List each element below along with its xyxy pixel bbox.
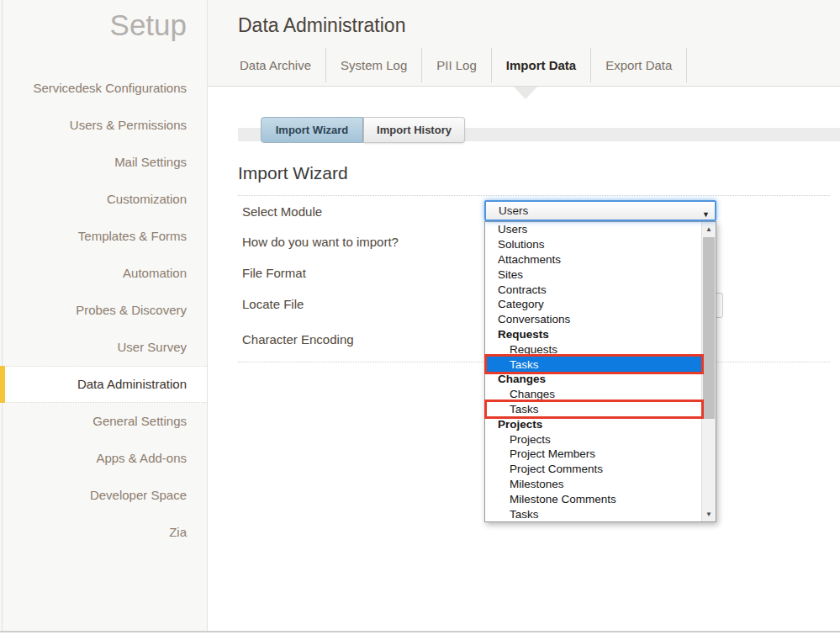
tab-system-log[interactable]: System Log <box>326 48 422 82</box>
sidebar-item-label: Data Administration <box>77 377 187 391</box>
option-project-members[interactable]: Project Members <box>485 447 701 462</box>
select-module-dropdown[interactable]: Users ▼ <box>484 200 716 221</box>
option-milestones[interactable]: Milestones <box>485 477 701 492</box>
scrollbar-down-icon[interactable]: ▼ <box>702 507 716 521</box>
option-solutions[interactable]: Solutions <box>485 237 701 252</box>
tab-pii-log[interactable]: PII Log <box>422 48 492 82</box>
form-label-select-module: Select Module <box>242 204 322 219</box>
dropdown-arrow-icon: ▼ <box>702 206 710 224</box>
active-tab-pointer-icon <box>514 87 537 99</box>
sidebar-item-user-survey[interactable]: User Survey <box>0 329 207 366</box>
setup-sidebar: Setup Servicedesk Configurations Users &… <box>0 0 208 632</box>
option-projects-tasks[interactable]: Tasks <box>485 506 701 521</box>
sidebar-item-automation[interactable]: Automation <box>0 255 207 292</box>
setup-title: Setup <box>0 0 207 42</box>
sidebar-item-developer-space[interactable]: Developer Space <box>0 477 207 514</box>
option-requests-requests[interactable]: Requests <box>485 341 701 357</box>
option-group-projects: Projects <box>485 416 701 431</box>
select-module-option-list: Users Solutions Attachments Sites Contra… <box>484 221 716 522</box>
option-project-comments[interactable]: Project Comments <box>485 462 701 477</box>
option-requests-tasks[interactable]: Tasks <box>485 357 701 372</box>
dropdown-scrollbar[interactable]: ▲ ▼ <box>701 222 716 521</box>
option-users[interactable]: Users <box>485 222 701 237</box>
scrollbar-thumb[interactable] <box>703 237 715 419</box>
tab-export-data[interactable]: Export Data <box>591 48 687 82</box>
tab-data-archive[interactable]: Data Archive <box>238 48 326 82</box>
active-item-accent-bar <box>0 366 5 403</box>
tab-import-wizard[interactable]: Import Wizard <box>261 117 363 143</box>
import-data-panel: Import Wizard Import History Import Wiza… <box>208 87 840 632</box>
form-label-file-format: File Format <box>242 266 306 280</box>
sidebar-item-mail-settings[interactable]: Mail Settings <box>0 144 207 181</box>
sidebar-item-probes-discovery[interactable]: Probes & Discovery <box>0 292 207 329</box>
form-label-locate-file: Locate File <box>242 297 304 311</box>
import-toggle-group: Import Wizard Import History <box>261 117 465 143</box>
sidebar-item-users-permissions[interactable]: Users & Permissions <box>0 107 207 144</box>
page-bottom-border <box>0 631 840 632</box>
page-title: Data Administration <box>238 14 405 37</box>
sidebar-item-apps-addons[interactable]: Apps & Add-ons <box>0 440 207 477</box>
tab-import-history[interactable]: Import History <box>363 117 465 143</box>
option-milestone-comments[interactable]: Milestone Comments <box>485 491 701 506</box>
form-label-character-encoding: Character Encoding <box>242 332 354 347</box>
sidebar-item-zia[interactable]: Zia <box>0 514 207 551</box>
sidebar-nav: Servicedesk Configurations Users & Permi… <box>0 70 207 551</box>
option-sites[interactable]: Sites <box>485 267 701 282</box>
option-changes-tasks[interactable]: Tasks <box>485 402 701 417</box>
option-list-items: Users Solutions Attachments Sites Contra… <box>485 222 701 521</box>
option-category[interactable]: Category <box>485 297 701 312</box>
option-changes-changes[interactable]: Changes <box>485 387 701 402</box>
option-projects-projects[interactable]: Projects <box>485 431 701 447</box>
import-wizard-heading: Import Wizard <box>238 163 348 183</box>
header-tab-bar: Data Archive System Log PII Log Import D… <box>238 48 687 82</box>
option-group-requests: Requests <box>485 327 701 342</box>
sidebar-item-data-administration[interactable]: Data Administration <box>0 366 207 403</box>
sidebar-item-servicedesk-configurations[interactable]: Servicedesk Configurations <box>0 70 207 107</box>
page-header: Data Administration Data Archive System … <box>208 0 840 87</box>
tab-import-data[interactable]: Import Data <box>492 48 591 82</box>
sidebar-item-customization[interactable]: Customization <box>0 181 207 218</box>
option-group-changes: Changes <box>485 372 701 387</box>
scrollbar-up-icon[interactable]: ▲ <box>702 222 716 236</box>
option-attachments[interactable]: Attachments <box>485 252 701 267</box>
option-conversations[interactable]: Conversations <box>485 312 701 327</box>
option-contracts[interactable]: Contracts <box>485 282 701 297</box>
select-module-value: Users <box>499 204 528 217</box>
sidebar-item-general-settings[interactable]: General Settings <box>0 403 207 440</box>
option-label: Tasks <box>510 403 539 415</box>
option-label: Tasks <box>510 358 539 371</box>
sidebar-item-templates-forms[interactable]: Templates & Forms <box>0 218 207 255</box>
form-top-divider <box>238 195 830 196</box>
form-label-how-import: How do you want to import? <box>242 235 399 249</box>
